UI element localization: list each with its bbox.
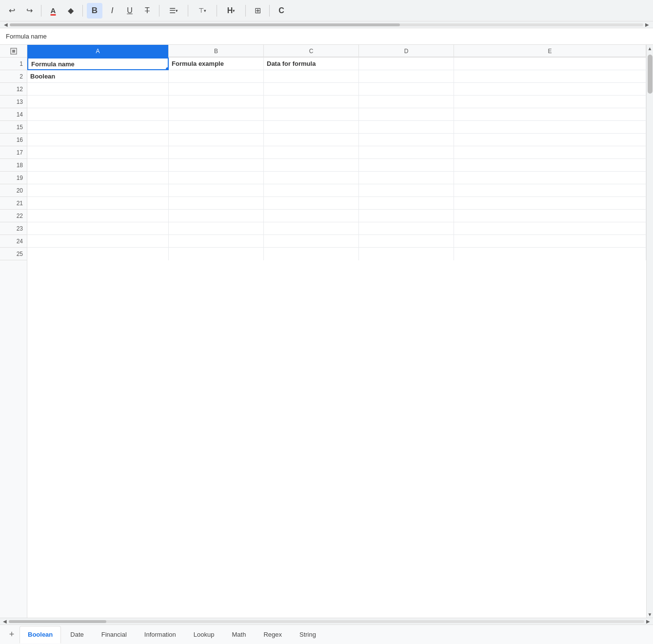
cell-E19[interactable]	[454, 172, 646, 184]
cell-E17[interactable]	[454, 146, 646, 159]
cell-E22[interactable]	[454, 210, 646, 222]
sheet-tab-information[interactable]: Information	[136, 626, 184, 644]
select-all-button[interactable]	[0, 45, 27, 58]
sheet-tab-date[interactable]: Date	[62, 626, 92, 644]
cell-B17[interactable]	[169, 146, 264, 159]
font-color-button[interactable]: A	[45, 3, 61, 19]
sheet-tab-math[interactable]: Math	[224, 626, 255, 644]
cell-fill-handle[interactable]	[166, 67, 169, 70]
cell-B13[interactable]	[169, 96, 264, 108]
cell-A12[interactable]	[27, 83, 169, 96]
sheet-tab-financial[interactable]: Financial	[93, 626, 135, 644]
cell-C19[interactable]	[264, 172, 359, 184]
cell-B20[interactable]	[169, 184, 264, 197]
cell-C15[interactable]	[264, 121, 359, 134]
cell-D25[interactable]	[359, 248, 454, 260]
cell-B2[interactable]	[169, 70, 264, 83]
hscroll-track-top[interactable]	[10, 23, 643, 26]
cell-A2[interactable]: Boolean	[27, 70, 169, 83]
row-num-20[interactable]: 20	[0, 184, 27, 197]
cell-B21[interactable]	[169, 197, 264, 210]
cell-B14[interactable]	[169, 108, 264, 121]
row-num-18[interactable]: 18	[0, 159, 27, 172]
row-num-17[interactable]: 17	[0, 146, 27, 159]
cell-E23[interactable]	[454, 222, 646, 235]
cell-A13[interactable]	[27, 96, 169, 108]
cell-A24[interactable]	[27, 235, 169, 248]
cell-B23[interactable]	[169, 222, 264, 235]
cell-D1[interactable]	[359, 58, 454, 70]
cell-D21[interactable]	[359, 197, 454, 210]
row-num-12[interactable]: 12	[0, 83, 27, 96]
cell-E18[interactable]	[454, 159, 646, 172]
cell-C21[interactable]	[264, 197, 359, 210]
align-button[interactable]: ☰ ▾	[163, 3, 184, 19]
col-header-B[interactable]: B	[169, 45, 264, 58]
hscroll-thumb-top[interactable]	[10, 23, 400, 26]
col-header-D[interactable]: D	[359, 45, 454, 58]
col-header-A[interactable]: A	[27, 45, 169, 58]
sheet-tab-boolean[interactable]: Boolean	[20, 626, 61, 644]
cell-C23[interactable]	[264, 222, 359, 235]
row-num-22[interactable]: 22	[0, 210, 27, 222]
cell-E2[interactable]	[454, 70, 646, 83]
row-num-19[interactable]: 19	[0, 172, 27, 184]
cell-A17[interactable]	[27, 146, 169, 159]
cell-B24[interactable]	[169, 235, 264, 248]
cell-E20[interactable]	[454, 184, 646, 197]
vertical-scrollbar[interactable]: ▲ ▼	[646, 45, 653, 618]
cell-C1[interactable]: Data for formula	[264, 58, 359, 70]
row-num-23[interactable]: 23	[0, 222, 27, 235]
cell-C22[interactable]	[264, 210, 359, 222]
cell-D2[interactable]	[359, 70, 454, 83]
cell-A22[interactable]	[27, 210, 169, 222]
sheet-tab-lookup[interactable]: Lookup	[185, 626, 223, 644]
scroll-left-bottom-arrow[interactable]: ◀	[1, 619, 9, 624]
row-num-1[interactable]: 1	[0, 58, 27, 70]
scroll-down-arrow[interactable]: ▼	[647, 611, 653, 618]
valign-button[interactable]: ⊤ ▾	[192, 3, 213, 19]
cell-C25[interactable]	[264, 248, 359, 260]
cell-B19[interactable]	[169, 172, 264, 184]
cell-A1[interactable]: Formula name	[27, 58, 169, 70]
scroll-right-arrow[interactable]: ▶	[643, 22, 651, 27]
row-num-16[interactable]: 16	[0, 134, 27, 146]
cell-B12[interactable]	[169, 83, 264, 96]
cell-E13[interactable]	[454, 96, 646, 108]
cell-B25[interactable]	[169, 248, 264, 260]
cell-B1[interactable]: Formula example	[169, 58, 264, 70]
redo-button[interactable]: ↪	[21, 3, 37, 19]
sheet-tab-string[interactable]: String	[291, 626, 324, 644]
cell-D12[interactable]	[359, 83, 454, 96]
cell-E12[interactable]	[454, 83, 646, 96]
cell-E14[interactable]	[454, 108, 646, 121]
cell-C14[interactable]	[264, 108, 359, 121]
sheet-tab-regex[interactable]: Regex	[255, 626, 290, 644]
cell-A20[interactable]	[27, 184, 169, 197]
cell-D19[interactable]	[359, 172, 454, 184]
cell-C13[interactable]	[264, 96, 359, 108]
wrap-button[interactable]: H ▾	[221, 3, 241, 19]
col-header-C[interactable]: C	[264, 45, 359, 58]
cell-D14[interactable]	[359, 108, 454, 121]
row-num-15[interactable]: 15	[0, 121, 27, 134]
cell-A25[interactable]	[27, 248, 169, 260]
cell-D15[interactable]	[359, 121, 454, 134]
cell-C12[interactable]	[264, 83, 359, 96]
cell-B22[interactable]	[169, 210, 264, 222]
cell-D17[interactable]	[359, 146, 454, 159]
row-num-14[interactable]: 14	[0, 108, 27, 121]
cell-D23[interactable]	[359, 222, 454, 235]
cell-A14[interactable]	[27, 108, 169, 121]
col-header-E[interactable]: E	[454, 45, 646, 58]
add-sheet-button[interactable]: +	[4, 627, 20, 643]
more-button[interactable]: C	[274, 3, 289, 19]
cell-B16[interactable]	[169, 134, 264, 146]
cell-D22[interactable]	[359, 210, 454, 222]
cell-C17[interactable]	[264, 146, 359, 159]
cell-A21[interactable]	[27, 197, 169, 210]
horizontal-scrollbar-bottom[interactable]: ◀ ▶	[0, 618, 653, 624]
row-num-25[interactable]: 25	[0, 248, 27, 260]
vscroll-track[interactable]	[648, 53, 652, 610]
undo-button[interactable]: ↩	[4, 3, 20, 19]
